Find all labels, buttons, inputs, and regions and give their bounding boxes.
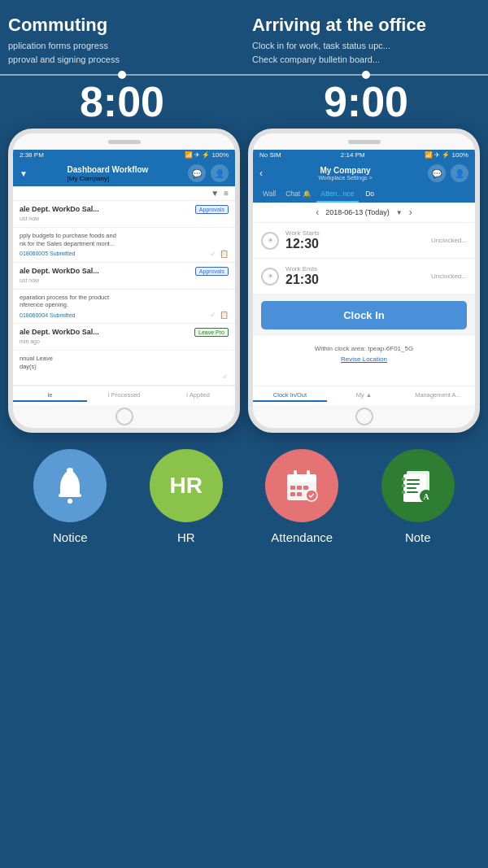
hr-text: HR xyxy=(170,473,203,499)
profile-icon-right[interactable]: 👤 xyxy=(451,164,468,182)
work-starts-label: Work Starts xyxy=(285,229,431,237)
workflow-item-5[interactable]: ale Dept. WorkDo Sal... Leave Pro min ag… xyxy=(13,324,235,351)
workflow-item-4[interactable]: eparation process for the productnferenc… xyxy=(13,290,235,325)
nav-bar-right: ‹ My Company Workplace Settings > 💬 👤 xyxy=(253,160,475,186)
filter-dropdown-icon[interactable]: ▼ xyxy=(211,189,219,198)
phone-top-left xyxy=(13,133,235,150)
hr-label: HR xyxy=(177,530,195,544)
tab-clock-in-out[interactable]: Clock In/Out xyxy=(253,390,327,402)
workflow-title-1: ale Dept. WorkDo Sal... xyxy=(20,205,195,213)
tabs-right-top: Wall Chat 🔔 Atten...nce Do xyxy=(253,186,475,203)
work-ends-entry: ☀ Work Ends 21:30 Unclocked... xyxy=(253,259,475,294)
nav-title-left: Dashboard Workflow [My Company] xyxy=(68,165,149,182)
workflow-item-6[interactable]: nnual Leaveday(s) ✓ xyxy=(13,351,235,386)
phone-top-right xyxy=(253,133,475,150)
commuting-title: Commuting xyxy=(8,15,244,36)
workflow-item-1[interactable]: ale Dept. WorkDo Sal... Approvals ust no… xyxy=(13,201,235,228)
svg-rect-9 xyxy=(303,486,308,490)
feature-notice[interactable]: Notice xyxy=(33,449,107,544)
tab-management[interactable]: Management A... xyxy=(401,390,475,402)
right-phone-screen: No SIM 2:14 PM 📶 ✈ ⚡ 100% ‹ My Company W… xyxy=(253,150,475,405)
profile-icon-left[interactable]: 👤 xyxy=(211,164,229,182)
chat-icon-left[interactable]: 💬 xyxy=(188,164,206,182)
workflow-desc-6: nnual Leaveday(s) xyxy=(20,355,229,371)
arriving-desc: Clock in for work, task status upc... Ch… xyxy=(252,39,488,66)
nav-icons-left: 💬 👤 xyxy=(188,164,229,182)
svg-rect-19 xyxy=(402,478,405,481)
phone-bottom-left xyxy=(13,405,235,428)
tab-attendance[interactable]: Atten...nce xyxy=(316,186,359,203)
feature-attendance[interactable]: Attendance xyxy=(265,449,338,544)
nav-icons-right: 💬 👤 xyxy=(428,164,468,182)
workflow-time-1: ust now xyxy=(20,216,229,221)
tab-le[interactable]: le xyxy=(13,390,87,402)
svg-rect-7 xyxy=(290,486,295,490)
tab-wall[interactable]: Wall xyxy=(258,186,281,203)
workflow-id-4: 018060004 Submitted xyxy=(20,312,76,318)
work-starts-status: Unclocked... xyxy=(431,237,467,244)
chat-icon-right[interactable]: 💬 xyxy=(428,164,446,182)
feature-note[interactable]: A Note xyxy=(381,449,455,544)
time-left: 8:00 xyxy=(80,76,164,129)
home-button-right[interactable] xyxy=(355,408,373,425)
left-phone: 2:38 PM 📶 ✈ ⚡ 100% ▼ Dashboard Workflow … xyxy=(8,129,240,433)
svg-rect-20 xyxy=(402,484,405,487)
work-ends-time: 21:30 xyxy=(285,273,431,287)
filter-list-icon[interactable]: ≡ xyxy=(224,189,229,198)
location-info: Within clock area: tpeap-6F01_5G Revise … xyxy=(253,336,475,369)
hr-circle: HR xyxy=(150,449,223,522)
note-icon: A xyxy=(400,468,436,504)
svg-rect-4 xyxy=(287,474,316,482)
back-button-right[interactable]: ‹ xyxy=(259,168,263,179)
date-text: 2018-06-13 (Today) xyxy=(325,208,390,216)
svg-text:A: A xyxy=(423,492,429,501)
date-dropdown-arrow[interactable]: ▼ xyxy=(396,209,403,216)
svg-rect-5 xyxy=(294,470,297,478)
tab-i-applied[interactable]: I Applied xyxy=(161,390,235,402)
date-nav: ‹ 2018-06-13 (Today) ▼ › xyxy=(253,203,475,223)
work-starts-time: 12:30 xyxy=(285,237,431,251)
date-prev-btn[interactable]: ‹ xyxy=(316,207,319,218)
note-circle: A xyxy=(381,449,455,522)
home-button-left[interactable] xyxy=(115,408,133,425)
timeline-line-right xyxy=(244,74,488,76)
dropdown-icon-left[interactable]: ▼ xyxy=(20,169,28,178)
workflow-badge-1: Approvals xyxy=(195,205,229,214)
svg-rect-6 xyxy=(307,470,310,478)
notice-circle xyxy=(33,449,107,522)
workflow-item-2[interactable]: pply budgets to purchase foods andnk for… xyxy=(13,228,235,263)
left-phone-screen: 2:38 PM 📶 ✈ ⚡ 100% ▼ Dashboard Workflow … xyxy=(13,150,235,405)
workflow-item-3[interactable]: ale Dept. WorkDo Sal... Approvals ust no… xyxy=(13,263,235,290)
workflow-desc-4: eparation process for the productnferenc… xyxy=(20,294,229,310)
doc-icon-4: 📋 xyxy=(220,311,229,319)
location-text: Within clock area: tpeap-6F01_5G xyxy=(315,345,413,352)
status-time-right: 2:14 PM xyxy=(341,151,365,159)
speaker-left xyxy=(108,140,141,144)
tab-do[interactable]: Do xyxy=(359,186,381,203)
date-next-btn[interactable]: › xyxy=(409,207,412,218)
workflow-time-5: min ago xyxy=(20,338,229,344)
feature-hr[interactable]: HR HR xyxy=(150,449,223,544)
tab-i-processed[interactable]: I Processed xyxy=(87,390,161,402)
check-icon: ✓ xyxy=(210,250,216,258)
commuting-desc: pplication forms progress pproval and si… xyxy=(8,39,244,66)
revise-location-link[interactable]: Revise Location xyxy=(261,355,467,363)
timeline-line-left xyxy=(0,74,244,76)
tab-my[interactable]: My ▲ xyxy=(327,390,401,402)
status-time-left: 2:38 PM xyxy=(20,151,44,159)
notice-label: Notice xyxy=(53,530,88,544)
workflow-icons-4: ✓ 📋 xyxy=(210,311,229,319)
clock-in-button[interactable]: Clock In xyxy=(261,301,467,329)
phone-bottom-right xyxy=(253,405,475,428)
tab-chat[interactable]: Chat 🔔 xyxy=(281,186,316,203)
bell-icon xyxy=(52,466,88,505)
attendance-label: Attendance xyxy=(271,530,333,544)
check-icon-6: ✓ xyxy=(222,373,229,381)
status-icons-right: 📶 ✈ ⚡ 100% xyxy=(425,151,468,159)
svg-rect-18 xyxy=(407,491,418,493)
work-starts-entry: ☀ Work Starts 12:30 Unclocked... xyxy=(253,223,475,259)
status-icons-left: 📶 ✈ ⚡ 100% xyxy=(185,151,229,159)
attendance-icon xyxy=(284,468,320,504)
workflow-id-2: 018060005 Submitted xyxy=(20,251,76,256)
filter-bar: ▼ ≡ xyxy=(13,186,235,201)
